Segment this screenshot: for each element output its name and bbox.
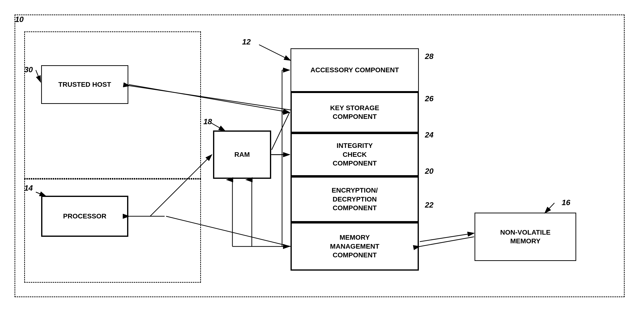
processor-box: PROCESSOR (41, 196, 128, 237)
ref-26: 26 (425, 94, 434, 103)
ref-30: 30 (24, 65, 33, 74)
trusted-host-box: TRUSTED HOST (41, 65, 128, 104)
processor-label: PROCESSOR (63, 212, 106, 221)
memory-management-component-box: MEMORYMANAGEMENTCOMPONENT (290, 222, 419, 271)
inner-boundary-top (24, 31, 201, 179)
ref-12: 12 (242, 37, 251, 46)
accessory-component-box: ACCESSORY COMPONENT (290, 48, 419, 92)
encryption-component-label: ENCRYPTION/DECRYPTIONCOMPONENT (332, 186, 378, 212)
ram-box: RAM (213, 131, 271, 179)
ref-10: 10 (15, 15, 24, 24)
memory-management-component-label: MEMORYMANAGEMENTCOMPONENT (330, 233, 380, 260)
integrity-check-component-box: INTEGRITYCHECKCOMPONENT (290, 133, 419, 176)
diagram: 10 12 14 16 18 20 22 24 26 28 30 ACCESSO… (0, 0, 644, 310)
ref-18: 18 (203, 117, 212, 126)
trusted-host-label: TRUSTED HOST (58, 80, 111, 89)
ref-22: 22 (425, 200, 434, 209)
non-volatile-memory-label: NON-VOLATILEMEMORY (500, 228, 550, 246)
ref-14: 14 (24, 184, 33, 193)
accessory-component-label: ACCESSORY COMPONENT (310, 66, 399, 74)
non-volatile-memory-box: NON-VOLATILEMEMORY (474, 213, 576, 261)
key-storage-component-label: KEY STORAGECOMPONENT (330, 104, 380, 121)
key-storage-component-box: KEY STORAGECOMPONENT (290, 92, 419, 133)
ram-label: RAM (234, 150, 250, 159)
integrity-check-component-label: INTEGRITYCHECKCOMPONENT (333, 141, 377, 168)
ref-28: 28 (425, 52, 434, 61)
ref-24: 24 (425, 131, 434, 140)
ref-16: 16 (562, 198, 570, 207)
ref-20: 20 (425, 167, 434, 176)
encryption-component-box: ENCRYPTION/DECRYPTIONCOMPONENT (290, 176, 419, 222)
